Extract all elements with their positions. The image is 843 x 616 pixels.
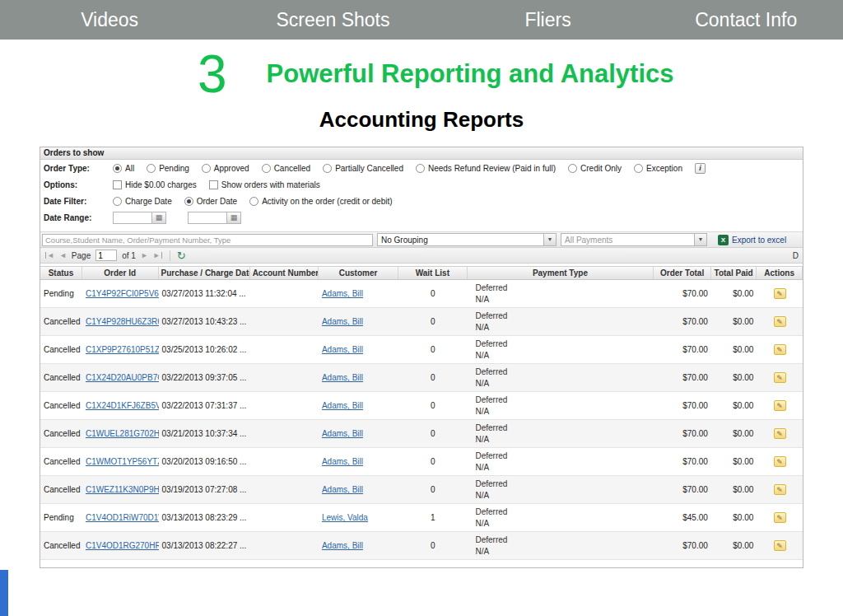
next-page-button[interactable]: ► — [141, 251, 148, 259]
toolbar-separator — [170, 250, 170, 261]
order-id-link[interactable]: C1Y4P92FCI0P5V6 — [86, 289, 159, 298]
column-header-purchase-date[interactable]: Purchase / Charge Date — [159, 267, 250, 279]
order-id-link[interactable]: C1XP9P27610P51Z — [86, 345, 159, 354]
radio-cancelled[interactable]: Cancelled — [262, 164, 310, 173]
nav-item-screenshots[interactable]: Screen Shots — [219, 9, 446, 31]
column-header-status[interactable]: Status — [40, 267, 82, 279]
date-range-row: Date Range: ▦ ▦ — [40, 209, 803, 226]
info-icon[interactable]: i — [695, 163, 706, 174]
edit-order-icon[interactable]: ✎ — [774, 484, 786, 495]
cell-customer: Lewis, Valda — [319, 513, 398, 522]
order-id-link[interactable]: C1Y4P928HU6Z3R6 — [86, 317, 159, 326]
customer-link[interactable]: Lewis, Valda — [322, 513, 368, 522]
radio-order-date[interactable]: Order Date — [184, 197, 237, 206]
customer-link[interactable]: Adams, Bill — [322, 317, 363, 326]
radio-charge-date[interactable]: Charge Date — [113, 197, 172, 206]
order-id-link[interactable]: C1X24D20AU0PB7C — [86, 373, 159, 382]
cell-customer: Adams, Bill — [319, 373, 398, 382]
panel-title: Orders to show — [40, 147, 803, 160]
order-id-link[interactable]: C1X24D1KFJ6ZB5V — [86, 401, 159, 410]
date-to-input[interactable] — [188, 212, 227, 224]
column-header-account-number[interactable]: Account Number — [250, 267, 319, 279]
column-header-actions[interactable]: Actions — [757, 267, 803, 279]
calendar-icon[interactable]: ▦ — [152, 212, 166, 224]
radio-label: Order Date — [197, 197, 237, 206]
page-number-input[interactable] — [95, 250, 117, 261]
radio-credit-only[interactable]: Credit Only — [568, 164, 622, 173]
column-header-order-id[interactable]: Order Id — [82, 267, 159, 279]
refresh-icon[interactable]: ↻ — [177, 250, 186, 261]
radio-approved[interactable]: Approved — [202, 164, 249, 173]
customer-link[interactable]: Adams, Bill — [322, 541, 363, 550]
last-page-button[interactable]: ► — [153, 251, 163, 259]
column-header-total-paid[interactable]: Total Paid — [711, 267, 757, 279]
edit-order-icon[interactable]: ✎ — [774, 428, 786, 439]
date-from-input[interactable] — [113, 212, 152, 224]
prev-page-button[interactable]: ◄ — [59, 251, 67, 259]
date-filter-label: Date Filter: — [44, 197, 113, 206]
nav-item-fliers[interactable]: Fliers — [447, 9, 650, 31]
customer-link[interactable]: Adams, Bill — [322, 429, 363, 438]
customer-link[interactable]: Adams, Bill — [322, 401, 363, 410]
export-to-excel-button[interactable]: X Export to excel — [718, 235, 786, 245]
payments-select[interactable]: All Payments ▼ — [561, 233, 707, 246]
radio-partially-cancelled[interactable]: Partially Cancelled — [323, 164, 403, 173]
grouping-select[interactable]: No Grouping ▼ — [377, 233, 557, 246]
table-row: Cancelled C1XP9P27610P51Z 03/25/2013 10:… — [40, 336, 803, 364]
radio-label: Approved — [214, 164, 249, 173]
calendar-icon[interactable]: ▦ — [227, 212, 241, 224]
edit-order-icon[interactable]: ✎ — [774, 400, 786, 411]
edit-order-icon[interactable]: ✎ — [774, 316, 786, 327]
edit-order-icon[interactable]: ✎ — [774, 288, 786, 299]
checkbox-show-orders-materials[interactable]: Show orders with materials — [209, 180, 320, 189]
column-header-payment-type[interactable]: Payment Type — [468, 267, 654, 279]
nav-item-videos[interactable]: Videos — [0, 9, 219, 31]
radio-all[interactable]: All — [113, 164, 134, 173]
cell-actions: ✎ — [757, 456, 803, 467]
radio-needs-refund-review[interactable]: Needs Refund Review (Paid in full) — [416, 164, 556, 173]
column-header-customer[interactable]: Customer — [319, 267, 398, 279]
radio-exception[interactable]: Exception — [634, 164, 682, 173]
first-page-button[interactable]: ◄ — [44, 251, 54, 259]
cell-wait-list: 0 — [398, 289, 467, 298]
order-id-link[interactable]: C1WEZ11K3N0P9H1 — [86, 485, 159, 494]
radio-icon — [147, 164, 156, 173]
search-input[interactable] — [42, 234, 373, 246]
cell-order-total: $70.00 — [654, 289, 710, 298]
radio-icon — [634, 164, 643, 173]
column-header-wait-list[interactable]: Wait List — [398, 267, 467, 279]
cell-total-paid: $0.00 — [711, 457, 757, 466]
cell-status: Cancelled — [40, 485, 82, 494]
grid-header: Status Order Id Purchase / Charge Date A… — [40, 266, 803, 280]
edit-order-icon[interactable]: ✎ — [774, 372, 786, 383]
cell-payment-type: Deferred N/A — [468, 366, 654, 390]
edit-order-icon[interactable]: ✎ — [774, 540, 786, 551]
column-header-order-total[interactable]: Order Total — [654, 267, 710, 279]
radio-pending[interactable]: Pending — [147, 164, 189, 173]
top-nav: Videos Screen Shots Fliers Contact Info — [0, 0, 843, 40]
edit-order-icon[interactable]: ✎ — [774, 512, 786, 523]
order-id-link[interactable]: C1WUEL281G702HG — [86, 429, 159, 438]
customer-link[interactable]: Adams, Bill — [322, 289, 363, 298]
grid-toolbar: No Grouping ▼ All Payments ▼ X Export to… — [40, 231, 803, 248]
order-id-link[interactable]: C1WMOT1YP56YTZ4 — [86, 457, 159, 466]
cell-customer: Adams, Bill — [319, 429, 398, 438]
customer-link[interactable]: Adams, Bill — [322, 345, 363, 354]
checkbox-hide-zero-charges[interactable]: Hide $0.00 charges — [113, 180, 197, 189]
customer-link[interactable]: Adams, Bill — [322, 457, 363, 466]
radio-activity-on-order[interactable]: Activity on the order (credit or debit) — [249, 197, 392, 206]
order-id-link[interactable]: C1V4OD1RG270HRA — [86, 541, 159, 550]
cell-payment-type: Deferred N/A — [468, 394, 654, 418]
order-id-link[interactable]: C1V4OD1RiW70D1W — [86, 513, 159, 522]
edit-order-icon[interactable]: ✎ — [774, 344, 786, 355]
customer-link[interactable]: Adams, Bill — [322, 485, 363, 494]
edit-order-icon[interactable]: ✎ — [774, 456, 786, 467]
cell-purchase-date: 03/13/2013 08:22:27 ... — [159, 541, 250, 550]
customer-link[interactable]: Adams, Bill — [322, 373, 363, 382]
cell-purchase-date: 03/20/2013 09:16:50 ... — [159, 457, 250, 466]
nav-item-contact[interactable]: Contact Info — [649, 9, 843, 31]
table-row: Cancelled C1WMOT1YP56YTZ4 03/20/2013 09:… — [40, 448, 803, 476]
cell-payment-type: Deferred N/A — [468, 338, 654, 362]
cell-total-paid: $0.00 — [711, 401, 757, 410]
payments-value: All Payments — [561, 236, 694, 245]
